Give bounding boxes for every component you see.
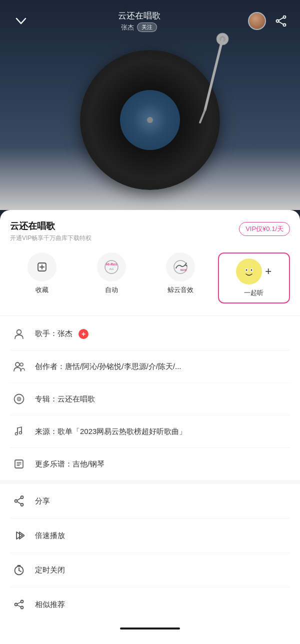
svg-point-24	[20, 363, 23, 366]
auto-button[interactable]: Hi-Res Am 自动	[80, 252, 144, 304]
section-divider	[0, 480, 300, 484]
music-list-icon	[10, 422, 28, 440]
disc-icon	[10, 390, 28, 408]
share-button-header[interactable]	[274, 14, 288, 28]
action-row-timer[interactable]: 定时关闭	[10, 553, 290, 588]
svg-point-45	[15, 604, 18, 606]
auto-icon-circle: Hi-Res Am	[97, 252, 126, 282]
header-subtitle: 张杰 关注	[118, 22, 160, 32]
vip-badge[interactable]: VIP仅¥0.1/天	[239, 222, 290, 236]
listen-plus-icon: +	[265, 265, 272, 278]
svg-line-49	[17, 605, 20, 607]
svg-point-29	[20, 432, 22, 434]
svg-point-22	[17, 330, 22, 334]
svg-point-46	[21, 600, 24, 603]
album-text: 专辑：云还在唱歌	[35, 394, 290, 404]
svg-point-17	[240, 262, 258, 280]
svg-point-28	[16, 432, 18, 435]
svg-point-1	[284, 24, 286, 26]
svg-point-15	[174, 260, 187, 274]
avatar-image	[249, 13, 265, 29]
svg-point-23	[16, 362, 20, 366]
auto-label: 自动	[105, 286, 118, 294]
tone-arm	[175, 30, 235, 130]
person-icon	[10, 325, 28, 343]
song-info: 云还在唱歌 开通VIP畅享千万曲库下载特权	[10, 220, 239, 242]
info-row-album[interactable]: 专辑：云还在唱歌	[10, 383, 290, 416]
creator-text: 创作者：唐恬/阿沁/孙铭悦/李思源/介/陈天/...	[35, 362, 290, 372]
svg-point-21	[251, 270, 252, 271]
svg-line-4	[278, 22, 283, 24]
svg-point-36	[15, 500, 18, 502]
song-description: 开通VIP畅享千万曲库下载特权	[10, 234, 239, 242]
artist-name: 张杰	[121, 23, 134, 32]
action-row-recommend[interactable]: 相似推荐	[10, 588, 290, 622]
score-icon	[10, 455, 28, 473]
action-row-speed[interactable]: 倍速播放	[10, 518, 290, 553]
song-title-main: 云还在唱歌	[10, 220, 239, 232]
player-area: 云还在唱歌 张杰 关注	[0, 0, 300, 210]
avatar[interactable]	[248, 12, 266, 30]
action-section: 分享 倍速播放 定时关闭	[10, 484, 290, 622]
info-row-creator[interactable]: 创作者：唐恬/阿沁/孙铭悦/李思源/介/陈天/...	[10, 350, 290, 383]
header-center: 云还在唱歌 张杰 关注	[118, 10, 160, 32]
collect-button[interactable]: 收藏	[10, 252, 74, 304]
svg-point-20	[246, 270, 248, 271]
svg-line-38	[17, 502, 21, 504]
svg-point-47	[21, 606, 24, 609]
share-icon	[10, 492, 28, 510]
svg-line-37	[17, 498, 21, 500]
effect-icon-circle: NEW	[166, 252, 195, 282]
recommend-text: 相似推荐	[35, 600, 65, 610]
song-header: 云还在唱歌 开通VIP畅享千万曲库下载特权 VIP仅¥0.1/天	[10, 220, 290, 242]
svg-point-2	[276, 20, 279, 22]
svg-point-27	[18, 398, 20, 400]
svg-text:Am: Am	[109, 268, 114, 270]
svg-line-48	[17, 602, 20, 604]
effect-button[interactable]: NEW 鲸云音效	[148, 252, 213, 304]
recommend-icon	[10, 596, 28, 614]
svg-line-7	[205, 39, 222, 110]
svg-text:NEW: NEW	[180, 268, 188, 272]
svg-line-3	[278, 18, 283, 20]
header: 云还在唱歌 张杰 关注	[0, 0, 300, 37]
bottom-panel: 云还在唱歌 开通VIP畅享千万曲库下载特权 VIP仅¥0.1/天 收藏	[0, 210, 300, 644]
svg-line-43	[19, 570, 21, 572]
svg-point-0	[284, 16, 286, 18]
svg-line-8	[200, 110, 205, 122]
listen-label: 一起听	[244, 288, 264, 298]
timer-text: 定时关闭	[35, 566, 65, 575]
info-row-singer[interactable]: 歌手：张杰 +	[10, 318, 290, 350]
collapse-button[interactable]	[12, 12, 30, 30]
singer-add-badge[interactable]: +	[78, 329, 88, 339]
header-right	[248, 12, 288, 30]
svg-point-35	[21, 504, 24, 506]
svg-point-34	[21, 496, 24, 498]
source-text: 来源：歌单「2023网易云热歌榜超好听歌曲」	[35, 427, 290, 436]
vinyl-area	[70, 35, 230, 195]
listen-together-button[interactable]: + 一起听	[218, 252, 290, 304]
listen-container: +	[236, 258, 272, 284]
vinyl-dot	[147, 117, 153, 123]
timer-icon	[10, 561, 28, 579]
home-indicator	[120, 628, 180, 630]
svg-text:Hi-Res: Hi-Res	[106, 262, 117, 266]
info-row-source[interactable]: 来源：歌单「2023网易云热歌榜超好听歌曲」	[10, 416, 290, 448]
listen-icon	[236, 258, 262, 284]
song-title-header: 云还在唱歌	[118, 10, 160, 22]
collect-icon-circle	[28, 252, 56, 282]
actions-row: 收藏 Hi-Res Am 自动 NEW	[10, 252, 290, 304]
score-text: 更多乐谱：吉他/钢琴	[35, 460, 290, 469]
share-text: 分享	[35, 496, 50, 506]
info-row-score[interactable]: 更多乐谱：吉他/钢琴	[10, 448, 290, 480]
follow-button[interactable]: 关注	[137, 22, 157, 32]
speed-text: 倍速播放	[35, 531, 65, 540]
effect-label: 鲸云音效	[168, 286, 194, 294]
divider-1	[0, 316, 300, 316]
info-section: 歌手：张杰 + 创作者：唐恬/阿沁/孙铭悦/李思源/介/陈天/...	[10, 318, 290, 480]
person-group-icon	[10, 358, 28, 376]
collect-label: 收藏	[36, 286, 48, 294]
vinyl-center	[120, 90, 180, 150]
speed-icon	[10, 526, 28, 544]
action-row-share[interactable]: 分享	[10, 484, 290, 518]
